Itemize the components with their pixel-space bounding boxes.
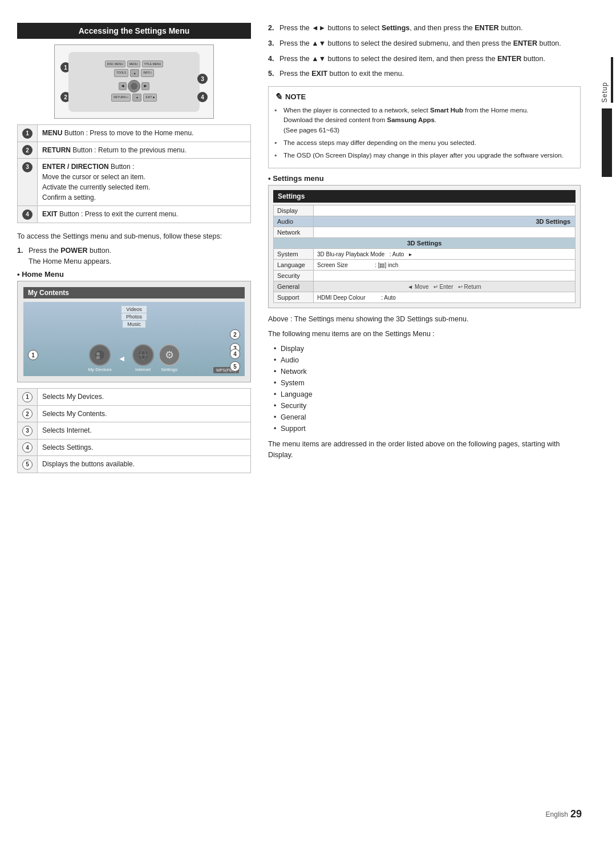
internet-col: Internet xyxy=(132,344,154,372)
settings-label: Settings xyxy=(161,367,177,372)
callout-circle-3: 3 xyxy=(197,74,208,84)
menu-videos: Videos xyxy=(121,306,146,313)
footer-english: English xyxy=(546,810,568,818)
settings-image-box: Settings Display Audio 3D Settings Netwo… xyxy=(268,185,581,308)
home-callout-1: 1 xyxy=(28,350,38,360)
page: Accessing the Settings Menu 1 2 xyxy=(0,0,616,843)
note-item-3: ▪ The OSD (On Screen Display) may change… xyxy=(274,151,574,160)
exit-btn-remote: EXIT ■ xyxy=(143,94,156,102)
desc-text-1: MENU Button : Press to move to the Home … xyxy=(38,125,251,142)
home-callout-text-2: Selects My Contents. xyxy=(38,405,251,422)
note-item-1: ▪ When the player is connected to a netw… xyxy=(274,106,574,135)
step-5-num: 5. xyxy=(268,68,276,79)
step-4-num: 4. xyxy=(268,54,276,64)
step-1: 1. Press the POWER button.The Home Menu … xyxy=(17,245,251,267)
settings-label-language: Language xyxy=(274,260,314,271)
settings-row-audio: Audio 3D Settings xyxy=(274,216,576,227)
description-table: 1 MENU Button : Press to move to the Hom… xyxy=(17,124,251,223)
step-2: 2. Press the ◄► buttons to select Settin… xyxy=(268,23,581,34)
step-1-num: 1. xyxy=(17,245,25,267)
home-callout-row-3: 3 Selects Internet. xyxy=(18,422,251,439)
home-callout-num-4: 4 xyxy=(18,439,38,456)
remote-mid-buttons: TOOLS ▲ INFO i xyxy=(114,69,153,77)
settings-submenu-header: 3D Settings xyxy=(274,238,576,249)
menu-item-general: General xyxy=(274,412,581,423)
step-1-text: Press the POWER button.The Home Menu app… xyxy=(29,245,111,267)
enter-inner xyxy=(131,83,137,90)
menu-text-items: Videos Photos Music xyxy=(121,306,147,328)
svg-point-1 xyxy=(96,352,100,356)
settings-value-language: Screen Size : [▤] inch xyxy=(314,260,576,271)
home-menu-image-box: My Contents Videos Photos Music xyxy=(17,281,251,382)
enter-btn xyxy=(128,80,140,92)
settings-header: Settings xyxy=(273,190,576,203)
note-title: ✎ NOTE xyxy=(274,91,574,102)
home-callout-text-1: Selects My Devices. xyxy=(38,389,251,406)
menu-item-language: Language xyxy=(274,389,581,400)
info-btn: INFO i xyxy=(141,69,153,77)
menu-music: Music xyxy=(123,321,145,328)
home-callout-num-1: 1 xyxy=(18,389,38,406)
settings-value-display xyxy=(314,205,576,216)
settings-row-language: Language Screen Size : [▤] inch xyxy=(274,260,576,271)
note-label: NOTE xyxy=(285,92,306,101)
home-callout-row-4: 4 Selects Settings. xyxy=(18,439,251,456)
return-btn: RETURN ↩ xyxy=(111,94,131,102)
step-4-text: Press the ▲▼ buttons to select the desir… xyxy=(279,54,545,64)
callout-circle-4: 4 xyxy=(197,92,208,102)
settings-value-security xyxy=(314,271,576,281)
desc-row-1: 1 MENU Button : Press to move to the Hom… xyxy=(18,125,251,142)
title-menu-btn: TITLE MENU xyxy=(142,60,164,67)
remote-callout-4: 4 xyxy=(197,92,208,102)
settings-col: ⚙ Settings xyxy=(159,344,180,372)
desc-num-1: 1 xyxy=(18,125,38,142)
left-btn: ◄ xyxy=(119,82,127,90)
step-2-num: 2. xyxy=(268,23,276,34)
chapter-label: Setup xyxy=(601,57,613,103)
content-area: Accessing the Settings Menu 1 2 xyxy=(0,23,598,802)
desc-row-4: 4 EXIT Button : Press to exit the curren… xyxy=(18,206,251,223)
settings-label-network: Network xyxy=(274,227,314,238)
footer-page-number: 29 xyxy=(570,808,582,820)
desc-text-4: EXIT Button : Press to exit the current … xyxy=(38,206,251,223)
remote-body: DISC MENU MENU TITLE MENU TOOLS ▲ INFO i… xyxy=(68,52,200,112)
step-3-num: 3. xyxy=(268,38,276,49)
menu-item-support: Support xyxy=(274,423,581,434)
home-callout-num-3: 3 xyxy=(18,422,38,439)
settings-row-display: Display xyxy=(274,205,576,216)
page-footer: English 29 xyxy=(0,802,616,820)
settings-value-support: HDMI Deep Colour : Auto xyxy=(314,292,576,303)
menu-item-display: Display xyxy=(274,343,581,354)
settings-label-support: Support xyxy=(274,292,314,303)
my-devices-icon xyxy=(89,344,111,366)
home-callout-num-5: 5 xyxy=(18,456,38,473)
home-callout-4: 4 xyxy=(230,349,240,359)
note-bullet-2: ▪ xyxy=(274,138,280,148)
side-black-bar xyxy=(602,108,612,177)
desc-num-3: 3 xyxy=(18,159,38,206)
home-callout-text-5: Displays the buttons available. xyxy=(38,456,251,473)
my-contents-title: My Contents xyxy=(23,287,245,299)
direction-pad: ◄ ► xyxy=(119,80,149,92)
note-bullet-3: ▪ xyxy=(274,151,280,160)
step-5: 5. Press the EXIT button to exit the men… xyxy=(268,68,581,79)
right-column: 2. Press the ◄► buttons to select Settin… xyxy=(262,23,581,802)
settings-value-audio: 3D Settings xyxy=(314,216,576,227)
internet-icon xyxy=(132,344,154,366)
home-callout-row-2: 2 Selects My Contents. xyxy=(18,405,251,422)
home-callout-text-4: Selects Settings. xyxy=(38,439,251,456)
up-btn: ▲ xyxy=(130,69,139,77)
menu-footer-text: The menu items are addressed in the orde… xyxy=(268,439,581,461)
settings-label-display: Display xyxy=(274,205,314,216)
menu-item-security: Security xyxy=(274,400,581,412)
settings-nav-row: ◄ Move ↵ Enter ↩ Return xyxy=(314,281,576,292)
desc-num-4: 4 xyxy=(18,206,38,223)
down-btn: ▼ xyxy=(132,94,141,102)
step-3: 3. Press the ▲▼ buttons to select the de… xyxy=(268,38,581,49)
menu-items-row: My Devices ◄ Internet ⚙ xyxy=(88,344,180,372)
above-text: Above : The Settings menu showing the 3D… xyxy=(268,314,581,325)
step-5-text: Press the EXIT button to exit the menu. xyxy=(279,68,404,79)
settings-row-security: Security xyxy=(274,271,576,281)
section-title: Accessing the Settings Menu xyxy=(17,23,251,39)
settings-table: Display Audio 3D Settings Network xyxy=(273,205,576,303)
